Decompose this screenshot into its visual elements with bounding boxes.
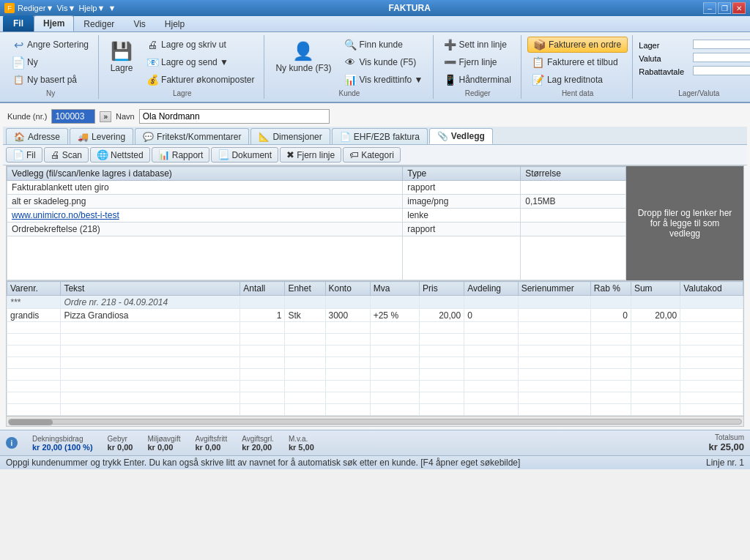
attachment-row-4[interactable]: Ordrebekreftelse (218) rapport bbox=[7, 223, 626, 236]
valuta-dropdown[interactable] bbox=[693, 53, 750, 62]
totalsum-label: Totalsum bbox=[715, 433, 744, 441]
tab-levering[interactable]: 🚚 Levering bbox=[70, 128, 133, 144]
sett-inn-linje-button[interactable]: ➕ Sett inn linje bbox=[439, 37, 516, 53]
ribbon-group-ny: ↩ Angre Sortering 📄 Ny 📋 Ny basert på Ny bbox=[3, 35, 99, 99]
attachment-col-type: Type bbox=[403, 167, 521, 181]
handterminal-button[interactable]: 📱 Håndterminal bbox=[439, 72, 516, 88]
tab-fritekst[interactable]: 💬 Fritekst/Kommentarer bbox=[135, 128, 249, 144]
edit-menu[interactable]: Rediger▼ bbox=[18, 4, 53, 12]
drop-zone[interactable]: Dropp filer og lenker her for å legge ti… bbox=[626, 166, 743, 280]
line-info: Linje nr. 1 bbox=[706, 458, 744, 468]
title-bar-left: F Rediger▼ Vis▼ Hjelp▼ ▼ bbox=[4, 3, 116, 13]
row1-pris: 20,00 bbox=[420, 309, 464, 322]
empty-row-2 bbox=[7, 334, 743, 346]
sett-inn-icon: ➕ bbox=[445, 39, 456, 51]
fakturere-tilbud-button[interactable]: 📋 Fakturere et tilbud bbox=[527, 54, 628, 70]
vedlegg-kategori-button[interactable]: 🏷 Kategori bbox=[343, 147, 401, 163]
lagre-send-button[interactable]: 📧 Lagre og send ▼ bbox=[141, 54, 259, 70]
vis-menu[interactable]: Vis▼ bbox=[56, 4, 75, 12]
attachment-table: Vedlegg (fil/scan/lenke lagres i databas… bbox=[7, 166, 626, 280]
fjern-label: Fjern linje bbox=[459, 57, 497, 67]
ribbon-group-lagre: 💾 Lagre 🖨 Lagre og skriv ut 📧 Lagre og s… bbox=[100, 35, 264, 99]
kategori-icon: 🏷 bbox=[349, 149, 359, 160]
attachment-type-4: rapport bbox=[403, 223, 521, 236]
vedlegg-fil-icon: 📄 bbox=[12, 149, 24, 160]
kunde-nr-input[interactable] bbox=[51, 109, 95, 124]
ny-button[interactable]: 📄 Ny bbox=[7, 54, 94, 70]
rabattavtale-dropdown[interactable] bbox=[693, 66, 750, 75]
finn-kunde-button[interactable]: 🔍 Finn kunde bbox=[339, 37, 428, 53]
vedlegg-fil-button[interactable]: 📄 Fil bbox=[6, 147, 42, 163]
row1-rab: 0 bbox=[590, 309, 631, 322]
tab-hjelp[interactable]: Hjelp bbox=[155, 16, 194, 31]
vis-kunde-button[interactable]: 👁 Vis kunde (F5) bbox=[339, 54, 428, 70]
close-button[interactable]: ✕ bbox=[732, 2, 746, 14]
attachment-row-3[interactable]: www.unimicro.no/best-i-test lenke bbox=[7, 209, 626, 223]
invoice-row-1[interactable]: grandis Pizza Grandiosa 1 Stk 3000 +25 %… bbox=[7, 309, 743, 322]
kunde-navn-input[interactable] bbox=[139, 109, 330, 124]
empty-row-8 bbox=[7, 404, 743, 416]
ny-basert-button[interactable]: 📋 Ny basert på bbox=[7, 72, 94, 88]
attachment-row-1[interactable]: Fakturablankett uten giro rapport bbox=[7, 181, 626, 195]
title-bar: F Rediger▼ Vis▼ Hjelp▼ ▼ FAKTURA – ❐ ✕ bbox=[0, 0, 750, 16]
info-icon[interactable]: i bbox=[6, 437, 18, 449]
attachment-link-3[interactable]: www.unimicro.no/best-i-test bbox=[12, 210, 119, 220]
dropdown-arrow[interactable]: ▼ bbox=[108, 4, 116, 12]
vedlegg-rapport-button[interactable]: 📊 Rapport bbox=[152, 147, 210, 163]
adresse-icon: 🏠 bbox=[14, 132, 25, 142]
minimize-button[interactable]: – bbox=[703, 2, 716, 14]
vedlegg-fjern-label: Fjern linje bbox=[297, 150, 335, 160]
tab-dimensjoner[interactable]: 📐 Dimensjoner bbox=[250, 128, 330, 144]
fakturer-oks-button[interactable]: 💰 Fakturer økonomiposter bbox=[141, 72, 259, 88]
vedlegg-dokument-button[interactable]: 📃 Dokument bbox=[211, 147, 278, 163]
avgiftsfritt-item: Avgiftsfritt kr 0,00 bbox=[195, 435, 227, 452]
tab-hjem[interactable]: Hjem bbox=[34, 15, 74, 31]
attachment-row-2[interactable]: alt er skadeleg.png image/png 0,15MB bbox=[7, 195, 626, 209]
attachment-type-2: image/png bbox=[403, 195, 521, 209]
undo-icon: ↩ bbox=[12, 39, 24, 51]
scrollbar-thumb[interactable] bbox=[9, 419, 53, 425]
lagre-label: Lagre bbox=[111, 63, 133, 73]
col-rab: Rab % bbox=[590, 282, 631, 296]
tab-fil[interactable]: Fil bbox=[3, 15, 34, 31]
horizontal-scrollbar[interactable] bbox=[7, 416, 743, 426]
lag-kreditnota-button[interactable]: 📝 Lag kreditnota bbox=[527, 72, 628, 88]
angre-sortering-label: Angre Sortering bbox=[27, 40, 89, 50]
col-avdeling: Avdeling bbox=[464, 282, 518, 296]
ny-kunde-button[interactable]: 👤 Ny kunde (F3) bbox=[270, 37, 336, 76]
col-varenr: Varenr. bbox=[7, 282, 61, 296]
col-konto: Konto bbox=[325, 282, 370, 296]
hjelp-menu[interactable]: Hjelp▼ bbox=[78, 4, 105, 12]
attachment-name-1: Fakturablankett uten giro bbox=[7, 181, 403, 195]
fjern-linje-button[interactable]: ➖ Fjern linje bbox=[439, 54, 516, 70]
vedlegg-scan-button[interactable]: 🖨 Scan bbox=[44, 147, 89, 163]
restore-button[interactable]: ❐ bbox=[718, 2, 731, 14]
lager-dropdown[interactable] bbox=[693, 40, 750, 49]
angre-sortering-button[interactable]: ↩ Angre Sortering bbox=[7, 37, 94, 53]
invoice-table-scroll[interactable]: Varenr. Tekst Antall Enhet Konto Mva Pri… bbox=[7, 281, 743, 416]
fakturer-oks-label: Fakturer økonomiposter bbox=[161, 75, 254, 85]
tab-adresse[interactable]: 🏠 Adresse bbox=[6, 128, 68, 144]
tab-ehf[interactable]: 📄 EHF/E2B faktura bbox=[332, 128, 428, 144]
kunde-arrow-button[interactable]: » bbox=[100, 111, 111, 122]
vedlegg-toolbar: 📄 Fil 🖨 Scan 🌐 Nettsted 📊 Rapport 📃 Doku… bbox=[3, 145, 747, 165]
tab-vedlegg[interactable]: 📎 Vedlegg bbox=[429, 128, 493, 144]
lagre-button[interactable]: 💾 Lagre bbox=[105, 37, 138, 76]
ribbon-group-kunde-label: Kunde bbox=[339, 88, 360, 97]
row1-konto: 3000 bbox=[325, 309, 370, 322]
ribbon-group-lagervaluta-label: Lager/Valuta bbox=[678, 88, 719, 97]
attachment-content-area: Vedlegg (fil/scan/lenke lagres i databas… bbox=[6, 165, 744, 281]
vis-kreditt-button[interactable]: 📊 Vis kredittinfo ▼ bbox=[339, 72, 428, 88]
avgiftsgrl-label: Avgiftsgrl. bbox=[242, 435, 274, 443]
vedlegg-nettsted-button[interactable]: 🌐 Nettsted bbox=[90, 147, 150, 163]
lagre-skriv-button[interactable]: 🖨 Lagre og skriv ut bbox=[141, 37, 259, 53]
tab-vedlegg-label: Vedlegg bbox=[451, 131, 485, 141]
attachment-table-area: Vedlegg (fil/scan/lenke lagres i databas… bbox=[7, 166, 626, 280]
tab-vis[interactable]: Vis bbox=[124, 16, 155, 31]
col-enhet: Enhet bbox=[285, 282, 325, 296]
fakturere-ordre-button[interactable]: 📦 Fakturere en ordre bbox=[527, 37, 628, 53]
vedlegg-fjern-linje-button[interactable]: ✖ Fjern linje bbox=[280, 147, 341, 163]
lager-label: Lager bbox=[639, 41, 690, 50]
vis-kunde-icon: 👁 bbox=[344, 56, 356, 68]
tab-rediger[interactable]: Rediger bbox=[74, 16, 124, 31]
